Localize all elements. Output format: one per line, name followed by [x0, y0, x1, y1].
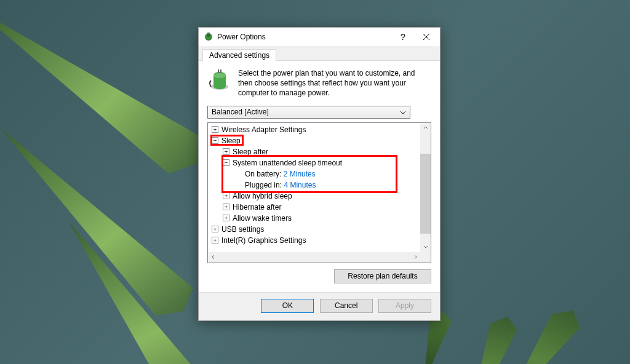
tree-label: On battery:	[245, 170, 281, 178]
expand-icon[interactable]: +	[212, 126, 218, 133]
collapse-icon[interactable]: −	[212, 137, 218, 144]
power-plan-dropdown[interactable]: Balanced [Active]	[207, 106, 410, 119]
horizontal-scrollbar[interactable]	[208, 252, 420, 263]
tree-item-sleep-after[interactable]: + Sleep after	[212, 146, 420, 157]
dialog-footer: OK Cancel Apply	[199, 292, 440, 320]
svg-rect-8	[218, 69, 219, 73]
power-plan-icon	[207, 68, 232, 98]
help-button[interactable]: ?	[394, 28, 412, 46]
power-options-dialog: Power Options ? Advanced settings Select…	[198, 27, 441, 321]
close-button[interactable]	[412, 28, 440, 46]
tree-item-sleep[interactable]: − Sleep	[212, 135, 420, 146]
scroll-thumb[interactable]	[420, 154, 431, 234]
tree-item-wireless-adapter[interactable]: + Wireless Adapter Settings	[212, 124, 420, 135]
settings-tree: + Wireless Adapter Settings − Sleep + Sl…	[207, 122, 431, 263]
tree-item-usb-settings[interactable]: + USB settings	[212, 224, 420, 235]
power-plug-icon	[204, 32, 213, 42]
tree-label: Allow hybrid sleep	[233, 192, 292, 200]
tree-item-allow-wake-timers[interactable]: + Allow wake timers	[212, 213, 420, 224]
tree-item-on-battery[interactable]: On battery: 2 Minutes	[212, 168, 420, 180]
tree-label: Sleep	[221, 136, 241, 145]
chevron-down-icon	[399, 108, 407, 117]
tree-item-allow-hybrid-sleep[interactable]: + Allow hybrid sleep	[212, 191, 420, 202]
bg-leaf	[0, 0, 215, 181]
vertical-scrollbar[interactable]	[420, 123, 431, 252]
on-battery-value[interactable]: 2 Minutes	[284, 170, 316, 178]
window-title: Power Options	[217, 33, 394, 41]
tree-label: Hibernate after	[233, 203, 281, 212]
expand-icon[interactable]: +	[223, 215, 229, 221]
expand-icon[interactable]: +	[212, 237, 218, 243]
expand-icon[interactable]: +	[223, 204, 229, 210]
expand-icon[interactable]: +	[223, 148, 229, 155]
tab-advanced-settings[interactable]: Advanced settings	[202, 49, 276, 61]
expand-icon[interactable]: +	[212, 226, 218, 232]
scroll-left-icon[interactable]	[208, 252, 218, 263]
tree-label: USB settings	[221, 225, 264, 234]
power-plan-selected: Balanced [Active]	[212, 108, 269, 116]
svg-point-7	[213, 73, 226, 78]
tree-label: System unattended sleep timeout	[233, 159, 342, 167]
ok-button[interactable]: OK	[261, 299, 314, 313]
tree-label: Allow wake timers	[233, 214, 292, 223]
restore-plan-defaults-button[interactable]: Restore plan defaults	[334, 269, 431, 283]
tree-label: Plugged in:	[245, 181, 282, 189]
scroll-down-icon[interactable]	[420, 242, 431, 252]
tree-item-plugged-in[interactable]: Plugged in: 4 Minutes	[212, 180, 420, 191]
titlebar[interactable]: Power Options ?	[199, 28, 440, 46]
svg-rect-9	[220, 69, 221, 73]
tree-label: Wireless Adapter Settings	[221, 125, 306, 134]
svg-rect-2	[208, 32, 209, 34]
tree-item-unattended-sleep-timeout[interactable]: − System unattended sleep timeout	[212, 157, 420, 168]
scroll-corner	[420, 252, 431, 263]
bg-leaf	[456, 314, 521, 364]
tree-item-hibernate-after[interactable]: + Hibernate after	[212, 202, 420, 213]
apply-button[interactable]: Apply	[378, 299, 431, 313]
plugged-in-value[interactable]: 4 Minutes	[284, 181, 316, 189]
collapse-icon[interactable]: −	[223, 159, 229, 166]
scroll-right-icon[interactable]	[410, 252, 420, 263]
close-icon	[423, 34, 429, 40]
tabstrip: Advanced settings	[199, 46, 440, 61]
tree-label: Intel(R) Graphics Settings	[221, 236, 306, 245]
tree-label: Sleep after	[233, 148, 268, 156]
scroll-up-icon[interactable]	[420, 123, 431, 133]
tree-item-intel-graphics[interactable]: + Intel(R) Graphics Settings	[212, 235, 420, 246]
svg-rect-3	[209, 32, 210, 34]
expand-icon[interactable]: +	[223, 192, 229, 199]
intro-text: Select the power plan that you want to c…	[238, 68, 431, 98]
cancel-button[interactable]: Cancel	[320, 299, 373, 313]
